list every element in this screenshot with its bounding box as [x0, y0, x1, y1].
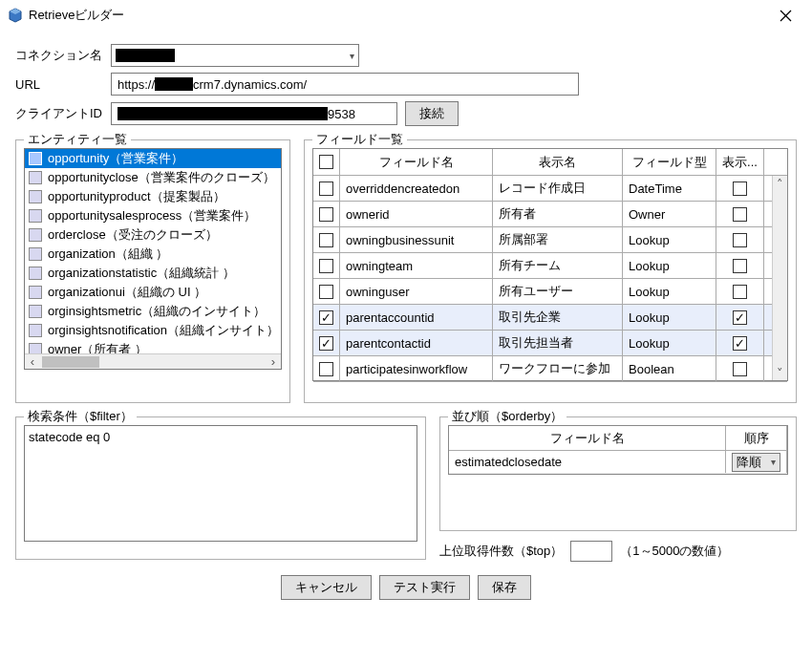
row-checkbox-cell[interactable]: [313, 356, 340, 381]
scroll-left-icon[interactable]: ‹: [25, 354, 40, 370]
dialog-footer: キャンセル テスト実行 保存: [0, 562, 812, 613]
row-checkbox-cell[interactable]: [313, 202, 340, 226]
cell-displayname: 取引先企業: [493, 305, 623, 330]
entity-list[interactable]: opportunity（営業案件）opportunityclose（営業案件のク…: [24, 148, 282, 370]
cell-displayname: 所有者: [493, 202, 623, 226]
row-checkbox[interactable]: [319, 233, 333, 247]
header-displayname[interactable]: 表示名: [493, 149, 623, 175]
row-checkbox[interactable]: [319, 207, 333, 222]
entity-item[interactable]: orginsightsmetric（組織のインサイト）: [25, 302, 281, 321]
cell-fieldtype: Lookup: [623, 227, 716, 252]
connection-select[interactable]: ▾: [111, 44, 359, 67]
orderby-header-direction[interactable]: 順序: [726, 426, 787, 450]
entity-item[interactable]: opportunityproduct（提案製品）: [25, 187, 281, 206]
clientid-input[interactable]: 9538: [111, 102, 397, 125]
show-checkbox[interactable]: [733, 336, 747, 351]
entity-icon: [29, 228, 42, 242]
field-grid: フィールド名 表示名 フィールド型 表示... overriddencreate…: [312, 148, 788, 381]
entity-icon: [29, 171, 42, 184]
row-checkbox-cell[interactable]: [313, 253, 340, 278]
entity-item[interactable]: opportunity（営業案件）: [25, 149, 281, 168]
entity-item[interactable]: organizationstatistic（組織統計 ）: [25, 264, 281, 283]
entity-label: orginsightsmetric（組織のインサイト）: [48, 303, 266, 320]
cell-show[interactable]: [716, 176, 764, 201]
cancel-button[interactable]: キャンセル: [281, 575, 372, 600]
top-input[interactable]: [570, 541, 612, 562]
field-vertical-scrollbar[interactable]: ˄ ˅: [772, 176, 787, 380]
orderby-direction-cell[interactable]: 降順▾: [726, 451, 787, 473]
header-fieldname[interactable]: フィールド名: [340, 149, 493, 175]
field-row[interactable]: ownerid所有者Owner: [313, 202, 787, 227]
scroll-down-icon[interactable]: ˅: [773, 365, 788, 380]
field-row[interactable]: parentcontactid取引先担当者Lookup: [313, 331, 787, 356]
cell-show[interactable]: [716, 279, 764, 304]
entity-label: opportunity（営業案件）: [48, 150, 183, 167]
row-checkbox[interactable]: [319, 310, 333, 325]
orderby-field: estimatedclosedate: [449, 451, 726, 473]
entity-item[interactable]: orginsightsnotification（組織インサイト）: [25, 321, 281, 340]
field-list-group: フィールド一覧 フィールド名 表示名 フィールド型 表示... overridd…: [304, 139, 797, 403]
row-checkbox-cell[interactable]: [313, 331, 340, 355]
orderby-header-field[interactable]: フィールド名: [449, 426, 726, 450]
field-row[interactable]: owningteam所有チームLookup: [313, 253, 787, 279]
row-checkbox-cell[interactable]: [313, 176, 340, 201]
header-checkbox[interactable]: [319, 155, 333, 169]
entity-label: opportunityclose（営業案件のクローズ）: [48, 169, 275, 186]
scroll-up-icon[interactable]: ˄: [773, 176, 788, 191]
header-fieldtype[interactable]: フィールド型: [623, 149, 716, 175]
row-checkbox[interactable]: [319, 259, 333, 273]
url-input[interactable]: https:// crm7.dynamics.com/: [111, 73, 579, 96]
row-checkbox[interactable]: [319, 336, 333, 351]
row-checkbox-cell[interactable]: [313, 227, 340, 252]
cell-show[interactable]: [716, 202, 764, 226]
field-row[interactable]: owningbusinessunit所属部署Lookup: [313, 227, 787, 253]
cell-show[interactable]: [716, 331, 764, 355]
cell-fieldname: owningbusinessunit: [340, 227, 493, 252]
cell-show[interactable]: [716, 305, 764, 330]
show-checkbox[interactable]: [733, 207, 747, 222]
field-row[interactable]: owninguser所有ユーザーLookup: [313, 279, 787, 305]
row-checkbox-cell[interactable]: [313, 305, 340, 330]
orderby-direction-select[interactable]: 降順▾: [732, 453, 780, 472]
field-row[interactable]: parentaccountid取引先企業Lookup: [313, 305, 787, 331]
filter-textarea[interactable]: statecode eq 0: [24, 425, 417, 542]
cell-displayname: 所有ユーザー: [493, 279, 623, 304]
entity-item[interactable]: opportunityclose（営業案件のクローズ）: [25, 168, 281, 187]
save-button[interactable]: 保存: [478, 575, 531, 600]
cell-show[interactable]: [716, 227, 764, 252]
row-checkbox[interactable]: [319, 182, 333, 196]
entity-label: organization（組織 ）: [48, 246, 168, 263]
cell-fieldtype: Owner: [623, 202, 716, 226]
show-checkbox[interactable]: [733, 362, 747, 376]
cell-fieldname: overriddencreatedon: [340, 176, 493, 201]
entity-item[interactable]: organization（組織 ）: [25, 245, 281, 264]
close-button[interactable]: [766, 0, 804, 31]
entity-item[interactable]: opportunitysalesprocess（営業案件）: [25, 206, 281, 225]
test-run-button[interactable]: テスト実行: [379, 575, 470, 600]
header-show[interactable]: 表示...: [716, 149, 764, 175]
show-checkbox[interactable]: [733, 233, 747, 247]
header-checkbox-cell[interactable]: [313, 149, 340, 175]
scroll-right-icon[interactable]: ›: [266, 354, 281, 370]
entity-icon: [29, 324, 42, 337]
cell-show[interactable]: [716, 356, 764, 381]
show-checkbox[interactable]: [733, 182, 747, 196]
connect-button[interactable]: 接続: [405, 101, 459, 126]
show-checkbox[interactable]: [733, 259, 747, 273]
field-row[interactable]: overriddencreatedonレコード作成日DateTime: [313, 176, 787, 202]
show-checkbox[interactable]: [733, 310, 747, 325]
row-checkbox-cell[interactable]: [313, 279, 340, 304]
field-row[interactable]: participatesinworkflowワークフローに参加Boolean: [313, 356, 787, 382]
row-checkbox[interactable]: [319, 362, 333, 376]
entity-item[interactable]: organizationui（組織の UI ）: [25, 283, 281, 302]
entity-horizontal-scrollbar[interactable]: ‹ ›: [25, 353, 281, 369]
scrollbar-thumb[interactable]: [42, 356, 99, 368]
show-checkbox[interactable]: [733, 285, 747, 299]
cell-show[interactable]: [716, 253, 764, 278]
row-checkbox[interactable]: [319, 285, 333, 299]
connection-value-redacted: [116, 49, 175, 62]
entity-item[interactable]: orderclose（受注のクローズ）: [25, 225, 281, 245]
orderby-legend: 並び順（$orderby）: [448, 408, 566, 425]
orderby-row[interactable]: estimatedclosedate降順▾: [449, 451, 787, 474]
filter-group: 検索条件（$filter） statecode eq 0: [15, 416, 426, 560]
